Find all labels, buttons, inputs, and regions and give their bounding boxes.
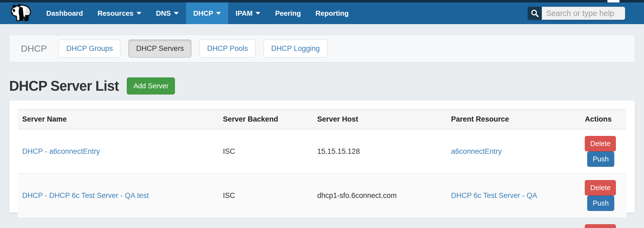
chevron-down-icon (174, 12, 179, 15)
table-row: DHCP - DHCP 6c Test Server - QA test ISC… (18, 174, 626, 218)
nav-item-resources[interactable]: Resources (90, 2, 149, 24)
chevron-down-icon (255, 12, 260, 15)
tab-dhcp-groups[interactable]: DHCP Groups (59, 40, 120, 58)
col-header-actions: Actions (580, 109, 626, 129)
server-backend-cell: CPNR (219, 218, 313, 228)
delete-button[interactable]: Delete (585, 224, 616, 228)
search-icon[interactable] (528, 7, 542, 20)
page-title: DHCP Server List (9, 78, 119, 94)
parent-resource-link[interactable]: a6connectEntry (451, 147, 502, 155)
nav-item-dashboard[interactable]: Dashboard (39, 2, 90, 24)
nav-item-ipam[interactable]: IPAM (228, 2, 268, 24)
chevron-down-icon (216, 12, 221, 15)
search-input[interactable] (542, 7, 625, 20)
main-navbar: Dashboard Resources DNS DHCP IPAM Peerin… (0, 2, 644, 24)
nav-items: Dashboard Resources DNS DHCP IPAM Peerin… (39, 2, 356, 24)
table-header-row: Server Name Server Backend Server Host P… (18, 109, 626, 129)
delete-button[interactable]: Delete (585, 180, 616, 196)
panda-logo-icon (9, 3, 32, 24)
server-backend-cell: ISC (219, 174, 313, 218)
nav-item-dhcp[interactable]: DHCP (186, 2, 228, 24)
col-header-server-backend: Server Backend (219, 109, 313, 129)
tab-dhcp-logging[interactable]: DHCP Logging (264, 40, 327, 58)
push-button[interactable]: Push (587, 151, 614, 167)
add-server-button[interactable]: Add Server (127, 77, 175, 95)
logo[interactable] (9, 2, 32, 24)
server-name-link[interactable]: DHCP - a6connectEntry (22, 147, 100, 155)
server-list-card: Server Name Server Backend Server Host P… (9, 100, 635, 213)
delete-button[interactable]: Delete (585, 136, 616, 151)
server-name-link[interactable]: DHCP - DHCP 6c Test Server - QA test (22, 191, 149, 200)
page-header: DHCP Server List Add Server (9, 77, 635, 95)
nav-item-peering[interactable]: Peering (268, 2, 308, 24)
chevron-down-icon (137, 12, 141, 15)
col-header-parent-resource: Parent Resource (447, 109, 580, 129)
server-table: Server Name Server Backend Server Host P… (18, 109, 626, 228)
server-host-cell: 15.15.15.128 (313, 129, 447, 174)
nav-item-dns[interactable]: DNS (149, 2, 186, 24)
col-header-server-host: Server Host (313, 109, 447, 129)
scrollbar-thumb[interactable] (607, 0, 620, 2)
parent-resource-link[interactable]: DHCP 6c Test Server - QA (451, 191, 537, 200)
server-host-cell: 4.5.6.7 (313, 218, 447, 228)
server-host-cell: dhcp1-sfo.6connect.com (313, 174, 447, 218)
browser-top-strip (0, 0, 644, 2)
col-header-server-name: Server Name (18, 109, 219, 129)
table-row: Test Server Test CPNR 4.5.6.7 TLR Delete… (18, 218, 626, 228)
tab-dhcp-pools[interactable]: DHCP Pools (200, 40, 255, 58)
table-row: DHCP - a6connectEntry ISC 15.15.15.128 a… (18, 129, 626, 174)
search-group (528, 2, 625, 24)
nav-item-reporting[interactable]: Reporting (308, 2, 356, 24)
tab-dhcp-servers[interactable]: DHCP Servers (128, 40, 191, 58)
section-label: DHCP (21, 43, 47, 54)
dhcp-subnav: DHCP DHCP Groups DHCP Servers DHCP Pools… (9, 35, 635, 62)
server-backend-cell: ISC (219, 129, 313, 174)
push-button[interactable]: Push (587, 196, 614, 211)
